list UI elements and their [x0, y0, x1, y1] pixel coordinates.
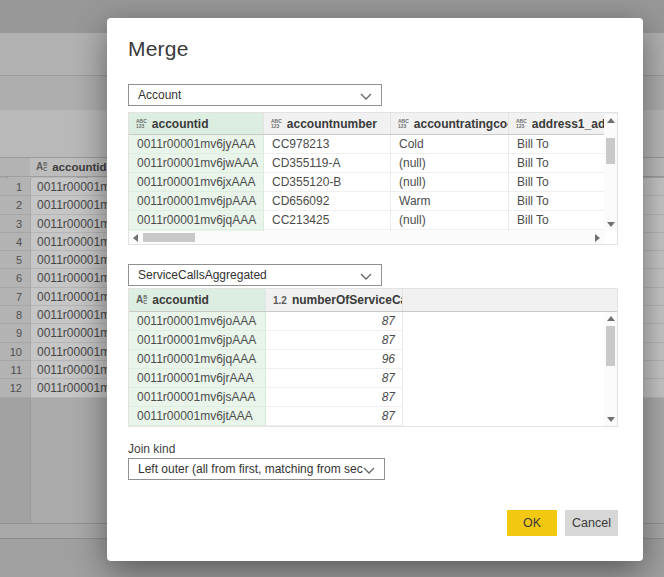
text-type-icon: A BC [136, 295, 147, 305]
column-header-accountid[interactable]: A BC accountid [129, 289, 266, 311]
first-preview-table: ABC123 accountid ABC123 accountnumber AB… [128, 112, 618, 245]
column-header-address1[interactable]: ABC123 address1_addr [509, 113, 606, 134]
scroll-right-icon[interactable] [591, 231, 604, 244]
ok-button[interactable]: OK [507, 510, 557, 536]
scroll-down-icon[interactable] [604, 218, 617, 231]
text-type-icon: A BC [36, 162, 47, 172]
table-row: 0011r00001mv6jqAAA 96 [129, 350, 617, 369]
column-header-accountratingcode[interactable]: ABC123 accountratingcode [391, 113, 509, 134]
any-type-icon: ABC123 [271, 119, 282, 128]
horizontal-scrollbar[interactable] [129, 231, 604, 244]
table-row: 0011r00001mv6jpAAA CD656092 Warm Bill To [129, 192, 617, 211]
decimal-type-icon: 1.2 [273, 295, 287, 306]
column-header-accountnumber[interactable]: ABC123 accountnumber [264, 113, 391, 134]
row-number-header [0, 158, 30, 176]
table-row: 0011r00001mv6jtAAA 87 [129, 407, 617, 426]
second-preview-table: A BC accountid 1.2 numberOfServiceCalls … [128, 288, 618, 427]
scroll-left-icon[interactable] [129, 231, 142, 244]
vertical-scrollbar[interactable] [604, 312, 617, 426]
join-kind-label: Join kind [128, 442, 175, 456]
scroll-down-icon[interactable] [604, 413, 617, 426]
table-row: 0011r00001mv6jrAAA 87 [129, 369, 617, 388]
first-table-select[interactable]: Account [128, 84, 382, 106]
merge-dialog: Merge Account ABC123 accountid ABC123 ac… [107, 18, 643, 561]
chevron-down-icon [363, 467, 375, 474]
scroll-up-icon[interactable] [604, 312, 617, 325]
table-row: 0011r00001mv6jpAAA 87 [129, 331, 617, 350]
column-header-numberofservicecalls[interactable]: 1.2 numberOfServiceCalls [266, 289, 403, 311]
table-row: 0011r00001mv6jyAAA CC978213 Cold Bill To [129, 135, 617, 154]
join-kind-select[interactable]: Left outer (all from first, matching fro… [128, 458, 385, 480]
column-header-accountid[interactable]: ABC123 accountid [129, 113, 264, 134]
vertical-scrollbar[interactable] [604, 114, 617, 231]
join-kind-selected-value: Left outer (all from first, matching fro… [138, 462, 373, 476]
table-row: 0011r00001mv6jxAAA CD355120-B (null) Bil… [129, 173, 617, 192]
scrollbar-thumb[interactable] [606, 326, 615, 366]
any-type-icon: ABC123 [516, 119, 527, 128]
second-table-select[interactable]: ServiceCallsAggregated [128, 264, 382, 286]
dialog-title: Merge [128, 37, 189, 61]
column-header-label: accountid [52, 161, 106, 173]
chevron-down-icon [360, 93, 372, 100]
table-row: 0011r00001mv6jsAAA 87 [129, 388, 617, 407]
scrollbar-thumb[interactable] [143, 233, 195, 242]
scrollbar-thumb[interactable] [606, 138, 615, 164]
column-header-empty [403, 289, 606, 311]
table-row: 0011r00001mv6joAAA 87 [129, 312, 617, 331]
any-type-icon: ABC123 [398, 119, 409, 128]
scroll-up-icon[interactable] [604, 114, 617, 127]
table-row: 0011r00001mv6jwAAA CD355119-A (null) Bil… [129, 154, 617, 173]
first-table-selected-value: Account [138, 88, 181, 102]
table-row: 0011r00001mv6jqAAA CC213425 (null) Bill … [129, 211, 617, 230]
second-table-selected-value: ServiceCallsAggregated [138, 268, 267, 282]
chevron-down-icon [360, 273, 372, 280]
cancel-button[interactable]: Cancel [565, 510, 618, 536]
any-type-icon: ABC123 [136, 119, 147, 128]
